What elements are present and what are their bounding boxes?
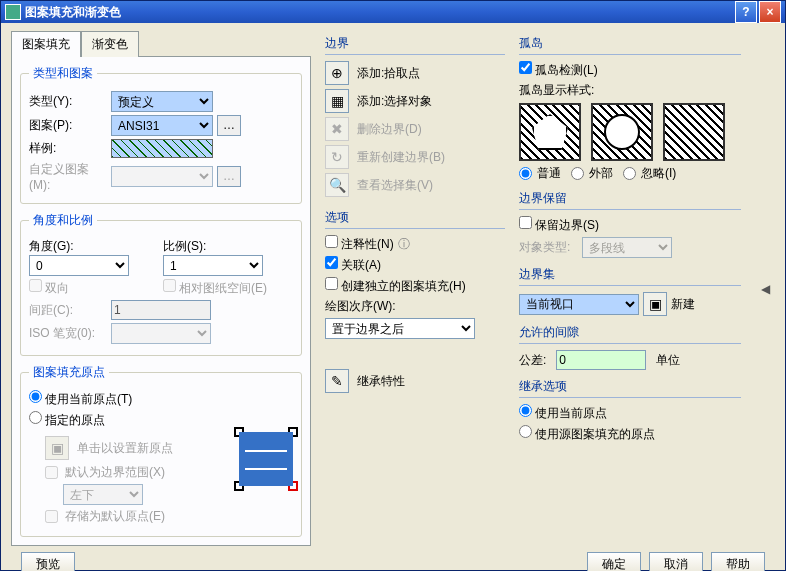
- recreate-boundary-button: ↻: [325, 145, 349, 169]
- tab-hatch[interactable]: 图案填充: [11, 31, 81, 57]
- browse-pattern-button[interactable]: …: [217, 115, 241, 136]
- browse-custom-button: …: [217, 166, 241, 187]
- radio-inherit-current[interactable]: [519, 404, 532, 417]
- label-pattern: 图案(P):: [29, 117, 107, 134]
- island-ignore-thumb[interactable]: [663, 103, 725, 161]
- section-inherit-opt: 继承选项: [519, 378, 741, 398]
- select-origin-pos: 左下: [63, 484, 143, 505]
- section-gap: 允许的间隙: [519, 324, 741, 344]
- radio-island-ignore[interactable]: [623, 167, 636, 180]
- check-associative[interactable]: [325, 256, 338, 269]
- help-titlebar-button[interactable]: ?: [735, 1, 757, 23]
- check-store-default: [45, 510, 58, 523]
- pick-origin-button: ▣: [45, 436, 69, 460]
- app-icon: [5, 4, 21, 20]
- tab-panel: 类型和图案 类型(Y): 预定义 图案(P): ANSI31 … 样例:: [11, 56, 311, 546]
- check-annotative[interactable]: [325, 235, 338, 248]
- section-islands: 孤岛: [519, 35, 741, 55]
- select-pattern[interactable]: ANSI31: [111, 115, 213, 136]
- window-title: 图案填充和渐变色: [25, 4, 121, 21]
- radio-island-normal[interactable]: [519, 167, 532, 180]
- select-objects-button[interactable]: ▦: [325, 89, 349, 113]
- label-draw-order: 绘图次序(W):: [325, 298, 505, 315]
- close-button[interactable]: ×: [759, 1, 781, 23]
- info-icon: ⓘ: [398, 236, 410, 253]
- label-island-style: 孤岛显示样式:: [519, 82, 741, 99]
- label-tolerance: 公差:: [519, 352, 546, 369]
- island-outer-thumb[interactable]: [591, 103, 653, 161]
- group-type-pattern: 类型和图案 类型(Y): 预定义 图案(P): ANSI31 … 样例:: [20, 65, 302, 204]
- check-double: [29, 279, 42, 292]
- island-normal-thumb[interactable]: [519, 103, 581, 161]
- input-tolerance[interactable]: [556, 350, 646, 370]
- label-iso-pen: ISO 笔宽(0):: [29, 325, 107, 342]
- inherit-props-button[interactable]: ✎: [325, 369, 349, 393]
- view-selection-button: 🔍: [325, 173, 349, 197]
- section-bound-set: 边界集: [519, 266, 741, 286]
- section-boundary: 边界: [325, 35, 505, 55]
- select-iso-pen: [111, 323, 211, 344]
- label-unit: 单位: [656, 352, 680, 369]
- help-button[interactable]: 帮助: [711, 552, 765, 571]
- group-origin: 图案填充原点 使用当前原点(T) 指定的原点 ▣单击以设置新原点 默认为边界范围…: [20, 364, 302, 537]
- tab-gradient[interactable]: 渐变色: [81, 31, 139, 57]
- label-obj-type: 对象类型:: [519, 239, 570, 256]
- origin-preview: [239, 432, 293, 486]
- check-default-extent: [45, 466, 58, 479]
- select-angle[interactable]: 0: [29, 255, 129, 276]
- check-independent[interactable]: [325, 277, 338, 290]
- input-spacing: [111, 300, 211, 320]
- legend-type-pattern: 类型和图案: [29, 65, 97, 82]
- label-angle: 角度(G):: [29, 238, 159, 255]
- check-retain-bound[interactable]: [519, 216, 532, 229]
- group-angle-scale: 角度和比例 角度(G): 0 比例(S): 1: [20, 212, 302, 356]
- select-type[interactable]: 预定义: [111, 91, 213, 112]
- select-obj-type: 多段线: [582, 237, 672, 258]
- preview-button[interactable]: 预览: [21, 552, 75, 571]
- select-custom: [111, 166, 213, 187]
- titlebar: 图案填充和渐变色 ? ×: [1, 1, 785, 23]
- label-scale: 比例(S):: [163, 238, 293, 255]
- ok-button[interactable]: 确定: [587, 552, 641, 571]
- select-draw-order[interactable]: 置于边界之后: [325, 318, 475, 339]
- pick-points-button[interactable]: ⊕: [325, 61, 349, 85]
- label-type: 类型(Y):: [29, 93, 107, 110]
- label-custom: 自定义图案(M):: [29, 161, 107, 192]
- legend-angle-scale: 角度和比例: [29, 212, 97, 229]
- check-rel-paper: [163, 279, 176, 292]
- radio-inherit-source[interactable]: [519, 425, 532, 438]
- legend-origin: 图案填充原点: [29, 364, 109, 381]
- remove-boundary-button: ✖: [325, 117, 349, 141]
- sample-swatch[interactable]: [111, 139, 213, 158]
- section-options: 选项: [325, 209, 505, 229]
- select-bound-set[interactable]: 当前视口: [519, 294, 639, 315]
- radio-use-current-origin[interactable]: [29, 390, 42, 403]
- collapse-button[interactable]: ◀: [755, 282, 775, 296]
- cancel-button[interactable]: 取消: [649, 552, 703, 571]
- label-sample: 样例:: [29, 140, 107, 157]
- section-bound-retain: 边界保留: [519, 190, 741, 210]
- new-bound-set-button[interactable]: ▣: [643, 292, 667, 316]
- radio-island-outer[interactable]: [571, 167, 584, 180]
- select-scale[interactable]: 1: [163, 255, 263, 276]
- radio-specified-origin[interactable]: [29, 411, 42, 424]
- label-spacing: 间距(C):: [29, 302, 107, 319]
- check-island-detect[interactable]: [519, 61, 532, 74]
